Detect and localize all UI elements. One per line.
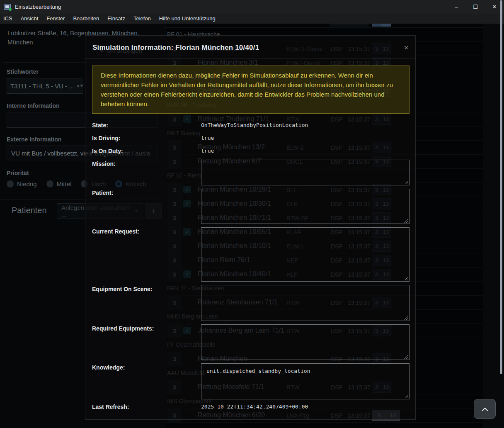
scroll-to-top-button[interactable] [474, 399, 496, 419]
field-is-driving: Is Driving:true [92, 134, 410, 141]
simulation-notice: Diese Informationen dienen dazu, möglich… [92, 66, 410, 114]
field-mission-textarea[interactable] [201, 160, 410, 185]
field-equipment-on-scene-label: Equipment On Scene: [92, 285, 201, 292]
window-controls: – ☐ ✕ [447, 0, 504, 14]
field-equipment-on-scene-textarea[interactable] [201, 285, 410, 321]
field-patient-label: Patient: [92, 189, 201, 196]
field-is-on-duty: Is On Duty:true [92, 147, 410, 154]
menu-item-einsatz[interactable]: Einsatz [103, 14, 129, 24]
field-patient-textarea[interactable] [201, 189, 410, 224]
field-last-refresh-label: Last Refresh: [92, 403, 201, 410]
field-required-equipments-label: Required Equipments: [92, 324, 201, 332]
field-state-label: State: [92, 121, 201, 129]
field-last-refresh: Last Refresh:2025-10-22T11:34:42.2407409… [92, 403, 410, 410]
simulation-fields: State:OnTheWayToStandbyPositionLocationI… [92, 121, 410, 410]
modal-body: Diese Informationen dienen dazu, möglich… [92, 66, 410, 416]
maximize-button[interactable]: ☐ [466, 0, 485, 14]
field-equipment-on-scene: Equipment On Scene: [92, 285, 410, 321]
field-current-request-textarea[interactable] [201, 227, 410, 282]
app-icon [4, 4, 11, 10]
field-current-request: Current Request: [92, 227, 410, 282]
field-required-equipments: Required Equipments: [92, 324, 410, 360]
modal-close-icon[interactable]: ✕ [404, 45, 409, 51]
field-mission: Mission: [92, 160, 410, 185]
field-state-value: OnTheWayToStandbyPositionLocation [201, 121, 308, 128]
menu-bar: ICSAnsichtFensterBearbeitenEinsatzTelefo… [0, 14, 504, 24]
titlebar: Einsatzbearbeitung – ☐ ✕ [0, 0, 504, 14]
menu-item-bearbeiten[interactable]: Bearbeiten [69, 14, 103, 24]
menu-item-telefon[interactable]: Telefon [129, 14, 155, 24]
menu-item-ics[interactable]: ICS [3, 14, 17, 24]
simulation-info-modal: Simulation Information: Florian München … [85, 35, 416, 420]
minimize-button[interactable]: – [447, 0, 466, 14]
field-current-request-label: Current Request: [92, 227, 201, 235]
field-knowledge-label: Knowledge: [92, 363, 201, 371]
field-mission-label: Mission: [92, 160, 201, 167]
field-knowledge-textarea[interactable] [201, 363, 410, 399]
field-last-refresh-value: 2025-10-22T11:34:42.2407409+00:00 [201, 403, 308, 410]
app-title: Einsatzbearbeitung [15, 4, 61, 10]
field-is-on-duty-label: Is On Duty: [92, 147, 201, 154]
field-required-equipments-textarea[interactable] [201, 324, 410, 360]
field-is-on-duty-value: true [201, 147, 214, 154]
field-patient: Patient: [92, 189, 410, 224]
vertical-scrollbar[interactable] [500, 0, 502, 374]
menu-item-hilfe-und-unterst-tzung[interactable]: Hilfe und Unterstützung [155, 14, 220, 24]
field-is-driving-value: true [201, 134, 214, 141]
modal-title: Simulation Information: Florian München … [92, 44, 259, 52]
menu-item-fenster[interactable]: Fenster [42, 14, 69, 24]
chevron-up-icon [482, 407, 488, 411]
field-knowledge: Knowledge: [92, 363, 410, 399]
menu-item-ansicht[interactable]: Ansicht [17, 14, 43, 24]
field-state: State:OnTheWayToStandbyPositionLocation [92, 121, 410, 129]
modal-header: Simulation Information: Florian München … [85, 36, 415, 59]
field-is-driving-label: Is Driving: [92, 134, 201, 141]
